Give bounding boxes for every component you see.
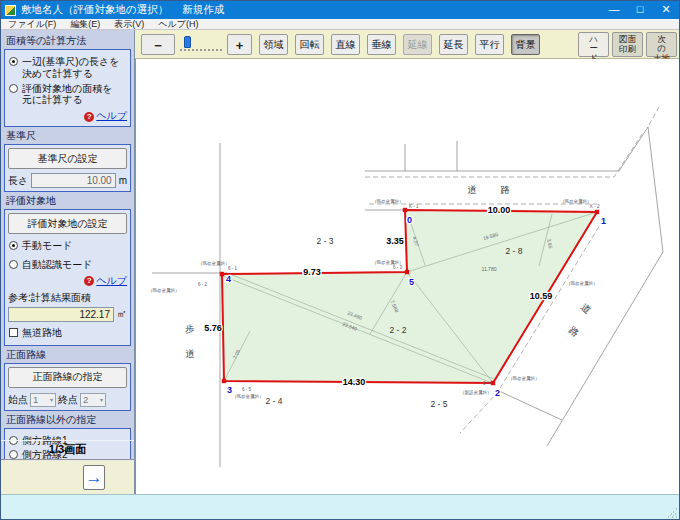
status-bar — [1, 494, 679, 520]
tool-extend-line-button: 延線 — [403, 34, 432, 55]
edge-dimension: 10.59 — [530, 291, 553, 301]
set-base-scale-button[interactable]: 基準尺の設定 — [8, 148, 127, 169]
target-header: 評価対象地 — [6, 194, 130, 208]
tool-perpendicular-button[interactable]: 垂線 — [367, 34, 396, 55]
end-label: 終点 — [58, 393, 78, 407]
vertex-number: 5 — [409, 277, 414, 287]
radio-icon[interactable] — [9, 84, 18, 93]
road-label: 路 — [567, 324, 582, 339]
boundary-line — [547, 127, 663, 446]
title-bar: 敷地名人（評価対象地の選択） 新規作成 — □ ✕ — [1, 1, 679, 19]
tool-parallel-button[interactable]: 平行 — [475, 34, 504, 55]
close-button[interactable]: ✕ — [653, 1, 679, 19]
boundary-line — [365, 127, 648, 171]
page-indicator: 1/3画面 — [1, 440, 134, 459]
road-label: 道 — [579, 301, 594, 316]
slider-track — [180, 49, 222, 51]
ref-area-label: 参考:計算結果面積 — [8, 291, 127, 305]
parcel-number: 2 - 4 — [265, 396, 282, 406]
chevron-down-icon: ▾ — [100, 396, 103, 403]
next-land-button[interactable]: 次の土地 — [646, 32, 677, 57]
set-front-road-button[interactable]: 正面路線の指定 — [8, 367, 127, 388]
help-icon[interactable]: ? — [84, 276, 94, 286]
survey-note: 6 - 3 — [393, 265, 403, 270]
vertex-marker — [220, 272, 224, 276]
checkbox-icon[interactable] — [9, 328, 18, 337]
slider-thumb[interactable] — [184, 36, 191, 48]
radio-from-area[interactable]: 評価対象地の面積を元に計算する — [8, 83, 127, 107]
survey-note: K - 2 — [590, 204, 600, 209]
survey-note: （既存金属鋲） — [198, 260, 230, 266]
edge-dimension: 5.76 — [204, 323, 222, 333]
vertex-marker — [222, 379, 226, 383]
base-scale-header: 基準尺 — [6, 129, 130, 143]
area-unit: ㎡ — [117, 307, 127, 321]
help-link[interactable]: ヘルプ — [96, 110, 127, 121]
road-label: 路 — [500, 184, 510, 195]
menu-view[interactable]: 表示(V) — [107, 19, 151, 29]
radio-manual-mode[interactable]: 手動モード — [8, 240, 127, 252]
radio-icon[interactable] — [9, 260, 18, 269]
survey-note: （既存金属鋲） — [508, 375, 540, 381]
survey-note: （既存金属鋲） — [148, 287, 180, 293]
zoom-slider[interactable] — [178, 34, 224, 55]
road-label: 道 — [467, 184, 477, 195]
calc-method-box: 一辺(基準尺)の長さを決めて計算する 評価対象地の面積を元に計算する ?ヘルプ — [4, 49, 131, 127]
vertex-marker — [405, 270, 409, 274]
next-step-button[interactable]: → — [83, 465, 105, 490]
site-plan-svg: 01234510.003.359.735.7614.3010.594.0719.… — [136, 59, 680, 494]
tool-line-button[interactable]: 直線 — [331, 34, 360, 55]
survey-note: （既存金属鋲） — [232, 393, 264, 399]
tool-region-button[interactable]: 領域 — [259, 34, 288, 55]
edge-dimension: 3.35 — [386, 236, 404, 246]
site-plan-canvas[interactable]: 01234510.003.359.735.7614.3010.594.0719.… — [135, 59, 680, 494]
zoom-out-button[interactable]: − — [141, 34, 175, 55]
survey-dimension: 11.780 — [482, 266, 497, 272]
start-select[interactable]: 1▾ — [30, 393, 56, 407]
front-road-header: 正面路線 — [6, 348, 130, 362]
radio-icon[interactable] — [9, 57, 18, 66]
edge-dimension: 14.30 — [343, 377, 366, 387]
set-target-button[interactable]: 評価対象地の設定 — [8, 213, 127, 234]
vertex-number: 2 — [495, 388, 500, 398]
target-box: 評価対象地の設定 手動モード 自動認識モード ?ヘルプ 参考:計算結果面積 12… — [4, 209, 131, 345]
drawing-toolbar: − + 領域 回転 直線 垂線 延線 延長 平行 背景 ハードコピー 図面印刷 … — [135, 30, 680, 59]
boundary-line — [499, 391, 562, 420]
survey-note: 6 - 2 — [198, 282, 208, 287]
vertex-marker — [403, 208, 407, 212]
no-road-checkbox-row[interactable]: 無道路地 — [8, 327, 127, 339]
survey-note: （既存金属鋲） — [372, 198, 404, 204]
tool-background-button[interactable]: 背景 — [511, 34, 540, 55]
tool-extension-button[interactable]: 延長 — [439, 34, 468, 55]
length-field[interactable]: 10.00 — [31, 173, 115, 188]
hardcopy-button[interactable]: ハードコピー — [578, 32, 609, 57]
menu-file[interactable]: ファイル(F) — [1, 19, 63, 29]
radio-icon[interactable] — [9, 241, 18, 250]
vertex-number: 1 — [601, 216, 606, 226]
resize-grip-icon[interactable] — [667, 508, 677, 518]
zoom-in-button[interactable]: + — [227, 34, 252, 55]
sidebar: 面積等の計算方法 一辺(基準尺)の長さを決めて計算する 評価対象地の面積を元に計… — [1, 30, 135, 459]
menu-edit[interactable]: 編集(E) — [63, 19, 107, 29]
road-dashed-line — [649, 107, 659, 125]
app-window: 敷地名人（評価対象地の選択） 新規作成 — □ ✕ ファイル(F) 編集(E) … — [0, 0, 680, 520]
maximize-button[interactable]: □ — [627, 1, 653, 19]
end-select[interactable]: 2▾ — [80, 393, 106, 407]
print-drawing-button[interactable]: 図面印刷 — [612, 32, 643, 57]
edge-dimension: 9.73 — [303, 267, 321, 277]
survey-note: K - 1 — [409, 204, 419, 209]
parcel-number: 2 - 2 — [389, 325, 406, 335]
start-label: 始点 — [8, 393, 28, 407]
minimize-button[interactable]: — — [601, 1, 627, 19]
other-road-header: 正面路線以外の指定 — [6, 413, 130, 427]
radio-auto-mode[interactable]: 自動認識モード — [8, 259, 127, 271]
radio-fixed-length[interactable]: 一辺(基準尺)の長さを決めて計算する — [8, 56, 127, 80]
parcel-number: 2 - 8 — [505, 246, 522, 256]
help-icon[interactable]: ? — [84, 112, 94, 122]
window-title: 敷地名人（評価対象地の選択） — [21, 3, 168, 17]
help-link[interactable]: ヘルプ — [96, 275, 127, 286]
tool-rotate-button[interactable]: 回転 — [295, 34, 324, 55]
menu-help[interactable]: ヘルプ(H) — [151, 19, 205, 29]
length-label: 長さ — [8, 174, 28, 188]
radio-label: 一辺(基準尺)の長さを決めて計算する — [22, 56, 119, 80]
